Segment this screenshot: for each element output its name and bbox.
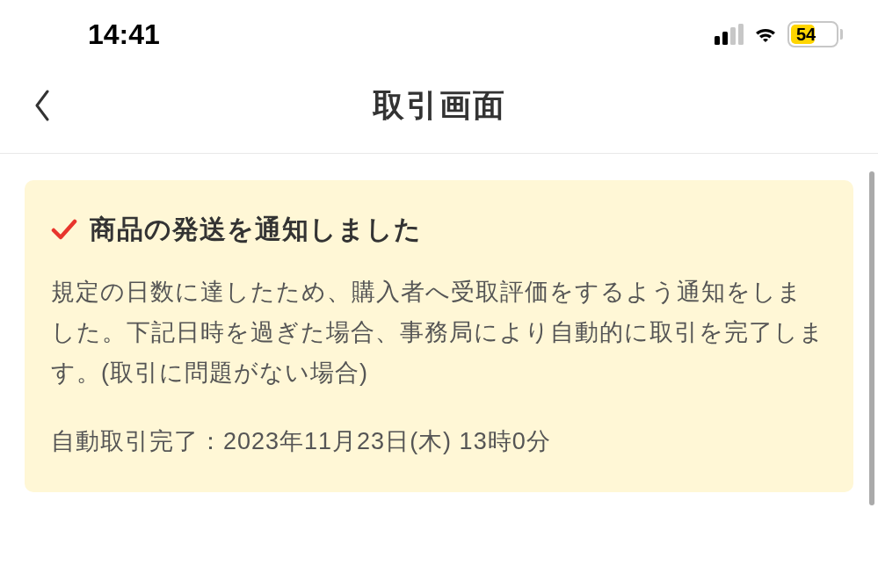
notification-header: 商品の発送を通知しました — [51, 212, 827, 248]
cellular-signal-icon — [715, 24, 744, 45]
notification-title: 商品の発送を通知しました — [90, 212, 422, 248]
navigation-header: 取引画面 — [0, 62, 878, 154]
scroll-indicator[interactable] — [869, 171, 874, 505]
status-time: 14:41 — [88, 18, 160, 51]
page-title: 取引画面 — [373, 84, 506, 127]
status-indicators: 54 — [715, 21, 843, 47]
back-button[interactable] — [26, 83, 58, 128]
content-area: 商品の発送を通知しました 規定の日数に達したため、購入者へ受取評価をするよう通知… — [0, 154, 878, 575]
battery-indicator: 54 — [787, 21, 843, 47]
wifi-icon — [752, 24, 779, 45]
notification-card: 商品の発送を通知しました 規定の日数に達したため、購入者へ受取評価をするよう通知… — [25, 180, 853, 492]
completion-label: 自動取引完了： — [51, 428, 223, 454]
battery-level: 54 — [793, 25, 819, 45]
notification-completion-date: 自動取引完了：2023年11月23日(木) 13時0分 — [51, 425, 827, 457]
checkmark-icon — [51, 219, 77, 242]
completion-date-value: 2023年11月23日(木) 13時0分 — [223, 428, 551, 454]
status-bar: 14:41 54 — [0, 0, 878, 62]
chevron-left-icon — [33, 90, 51, 121]
notification-body: 規定の日数に達したため、購入者へ受取評価をするよう通知をしました。下記日時を過ぎ… — [51, 272, 827, 394]
